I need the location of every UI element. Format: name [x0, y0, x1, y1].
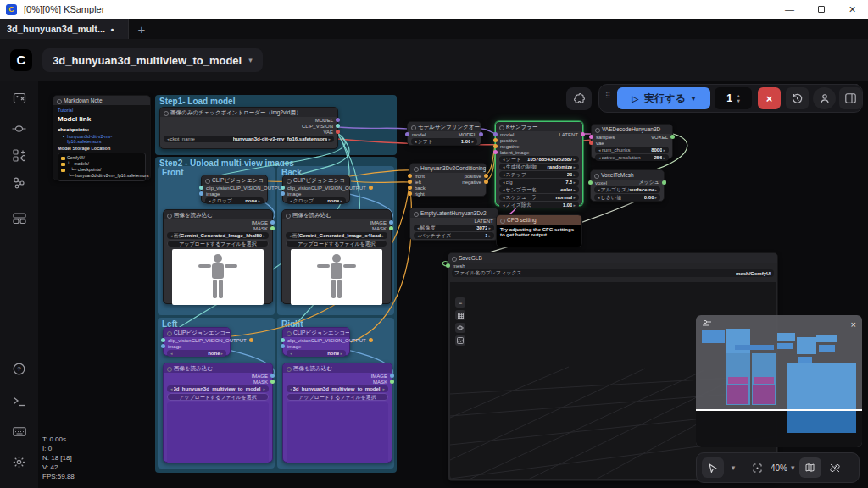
widget-steps[interactable]: ◂ステップ20▸	[499, 171, 579, 178]
viewport-orbit-icon[interactable]	[455, 323, 465, 333]
sidebar-shortcuts-button[interactable]	[9, 422, 29, 441]
node-model-sampling[interactable]: モデルサンプリングオーラフロー modelMODEL ◂シフト1.00▸	[407, 121, 481, 146]
node-clip-encode-left[interactable]: CLIPビジョンエンコード clip_visionCLIP_VISION_OUT…	[163, 327, 231, 356]
zoom-level-control[interactable]: 40%▾	[771, 458, 795, 478]
widget-octree-resolution[interactable]: ◂octree_resolution256▸	[595, 154, 669, 161]
node-vae-decode[interactable]: VAEDecodeHunyuan3D samplesVOXEL vae ◂num…	[591, 124, 673, 159]
node-conditioning-multiview[interactable]: Hunyuan3Dv2ConditioningMulti... frontpos…	[409, 163, 487, 197]
input-port-right[interactable]	[408, 191, 412, 196]
input-port-image[interactable]	[281, 344, 285, 348]
widget-crop[interactable]: ◂none▸	[167, 350, 226, 357]
node-load-image-left[interactable]: 画像を読み込む IMAGE MASK ◂3d_hunyuan3d_multivi…	[163, 363, 273, 463]
node-clip-encode-front[interactable]: CLIPビジョンエンコード clip_visionCLIP_VISION_OUT…	[201, 175, 268, 203]
widget-image-file[interactable]: ◂3d_hunyuan3d_multiview_to_model_left_im…	[167, 385, 269, 392]
input-port-image[interactable]	[161, 344, 165, 348]
input-port-voxel[interactable]	[588, 180, 593, 185]
image-preview-back[interactable]	[291, 249, 382, 305]
output-port-mask[interactable]	[390, 380, 394, 384]
output-port-mask[interactable]	[270, 380, 275, 384]
widget-control-after-generate[interactable]: ◂生成後の制御randomize▸	[499, 164, 579, 170]
pointer-tool-button[interactable]	[702, 458, 724, 478]
sidebar-settings-button[interactable]	[9, 452, 29, 472]
input-port-clip-vision[interactable]	[161, 338, 165, 342]
minimap-pin-icon[interactable]	[702, 319, 712, 328]
output-port-clip-vision-output[interactable]	[369, 338, 373, 342]
input-port-model[interactable]	[493, 132, 498, 136]
user-account-button[interactable]	[813, 87, 836, 109]
widget-batch-size[interactable]: ◂バッチサイズ1▸	[414, 232, 494, 239]
widget-num-chunks[interactable]: ◂num_chunks8000▸	[595, 147, 669, 153]
widget-crop[interactable]: ◂クロップnone▸	[205, 197, 264, 204]
node-load-image-back[interactable]: 画像を読み込む IMAGE MASK ◂画像Gemini_Generated_I…	[281, 209, 392, 304]
upload-file-button[interactable]: アップロードするファイルを選択	[286, 240, 387, 247]
input-port-samples[interactable]	[589, 135, 593, 139]
minimize-button[interactable]: —	[774, 0, 805, 19]
extensions-button[interactable]	[566, 87, 592, 110]
workflow-tab-active[interactable]: 3d_hunyuan3d_mult... ●	[0, 19, 129, 39]
image-preview-front[interactable]	[172, 249, 264, 305]
output-port-mask[interactable]	[270, 226, 275, 230]
widget-sampler-name[interactable]: ◂サンプラー名euler▸	[499, 186, 579, 193]
input-port-vae[interactable]	[589, 141, 593, 145]
upload-file-button[interactable]: アップロードするファイルを選択	[287, 393, 388, 401]
input-port-clip-vision[interactable]	[281, 338, 285, 342]
widget-scheduler[interactable]: ◂スケジューラnormal▸	[499, 194, 579, 201]
sidebar-terminal-button[interactable]	[9, 391, 29, 411]
input-port-model[interactable]	[405, 132, 409, 136]
widget-image-file[interactable]: ◂3d_hunyuan3d_multiview_to_model_right_i…	[287, 385, 388, 392]
output-port-clip-vision-output[interactable]	[249, 338, 253, 342]
maximize-button[interactable]	[805, 0, 837, 19]
upload-file-button[interactable]: アップロードするファイルを選択	[167, 393, 269, 401]
widget-image-file[interactable]: ◂画像Gemini_Generated_Image_o4lcada4loadv4…	[286, 232, 387, 239]
input-port-image[interactable]	[199, 191, 203, 196]
viewport-image-icon[interactable]	[455, 336, 465, 346]
output-port-latent[interactable]	[581, 132, 585, 136]
viewport-grid-icon[interactable]	[455, 310, 465, 320]
input-port-mesh[interactable]	[446, 263, 450, 268]
sidebar-workflows-button[interactable]	[9, 119, 29, 138]
output-port-model[interactable]	[479, 132, 483, 136]
input-port-front[interactable]	[408, 174, 412, 178]
pointer-tool-dropdown[interactable]: ▾	[728, 458, 738, 478]
drag-handle[interactable]: ⠿	[605, 92, 612, 99]
input-port-back[interactable]	[408, 186, 412, 190]
sidebar-model-library-button[interactable]	[9, 173, 29, 192]
input-port-clip-vision[interactable]	[199, 186, 203, 190]
new-tab-button[interactable]: +	[129, 19, 154, 39]
input-port-negative[interactable]	[493, 144, 498, 148]
widget-cfg[interactable]: ◂cfg7.5▸	[499, 179, 579, 186]
fit-view-button[interactable]	[748, 458, 766, 478]
node-clip-encode-back[interactable]: CLIPビジョンエンコード clip_visionCLIP_VISION_OUT…	[282, 175, 350, 203]
output-port-image[interactable]	[270, 220, 275, 225]
sidebar-queue-button[interactable]	[9, 88, 29, 108]
output-port-model[interactable]	[336, 118, 340, 122]
batch-count-input[interactable]: 1 ▴▾	[715, 87, 752, 109]
minimap-close-icon[interactable]: ×	[851, 319, 856, 330]
minimap[interactable]: ×	[696, 315, 862, 447]
output-port-image[interactable]	[390, 374, 394, 378]
run-button[interactable]: ▷ 実行する ▾	[617, 87, 710, 109]
history-button[interactable]	[786, 87, 809, 109]
output-port-positive[interactable]	[484, 174, 488, 178]
output-port-image[interactable]	[389, 220, 393, 225]
toggle-links-button[interactable]	[826, 458, 844, 478]
input-port-clip-vision[interactable]	[281, 186, 285, 190]
output-port-vae[interactable]	[336, 130, 340, 134]
viewport-menu-icon[interactable]: ≡	[455, 297, 465, 308]
model-download-link[interactable]: hunyuan3d-dit-v2-mv-fp16.safetensors	[67, 134, 146, 144]
output-port-mask[interactable]	[389, 226, 393, 230]
widget-filename-prefix[interactable]: ファイル名のプレフィックスmesh/ComfyUI	[452, 269, 774, 277]
input-port-image[interactable]	[281, 191, 285, 196]
output-port-clip-vision[interactable]	[336, 124, 340, 128]
widget-ckpt-name[interactable]: ◂ckpt_namehunyuan3d-dit-v2-mv_fp16.safet…	[164, 136, 334, 142]
widget-algorithm[interactable]: ◂アルゴリズムsurface net▸	[594, 186, 660, 193]
cancel-run-button[interactable]: ×	[758, 87, 781, 109]
minimap-toggle-button[interactable]	[799, 458, 821, 478]
node-cfg-note[interactable]: CFG setting Try adjusting the CFG settin…	[496, 214, 582, 247]
upload-file-button[interactable]: アップロードするファイルを選択	[167, 240, 269, 247]
node-ksampler[interactable]: Kサンプラー modelLATENT positive negative lat…	[495, 121, 583, 206]
workflow-name-dropdown[interactable]: 3d_hunyuan3d_multiview_to_model ▾	[42, 48, 263, 72]
output-port-clip-vision-output[interactable]	[369, 186, 373, 190]
batch-count-steppers[interactable]: ▴▾	[737, 93, 740, 103]
node-load-image-right[interactable]: 画像を読み込む IMAGE MASK ◂3d_hunyuan3d_multivi…	[282, 363, 392, 463]
